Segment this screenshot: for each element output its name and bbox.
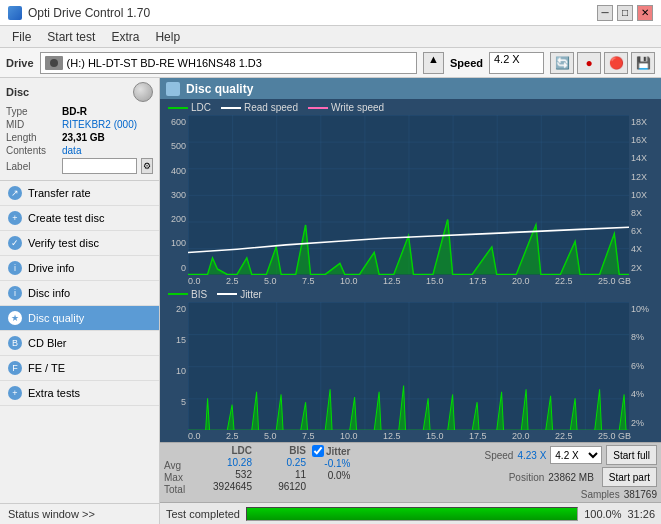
menu-start-test[interactable]: Start test xyxy=(39,28,103,46)
legend-ldc: LDC xyxy=(168,102,211,113)
total-label: Total xyxy=(164,484,194,495)
maximize-button[interactable]: □ xyxy=(617,5,633,21)
start-part-button[interactable]: Start part xyxy=(602,467,657,487)
sidebar-item-disc-info[interactable]: i Disc info xyxy=(0,281,159,306)
legend-jitter: Jitter xyxy=(217,289,262,300)
disc-mid-row: MID RITEKBR2 (000) xyxy=(6,119,153,130)
bis-header: BIS xyxy=(258,445,306,456)
read-speed-color xyxy=(221,107,241,109)
top-chart: LDC Read speed Write speed 600 500 xyxy=(160,100,661,287)
nav-label-disc-quality: Disc quality xyxy=(28,312,84,324)
bis-color xyxy=(168,293,188,295)
sidebar-item-extra-tests[interactable]: + Extra tests xyxy=(0,381,159,406)
progress-percent: 100.0% xyxy=(584,508,621,520)
toolbar-icon-2[interactable]: ● xyxy=(577,52,601,74)
write-speed-color xyxy=(308,107,328,109)
sidebar-item-create-test-disc[interactable]: + Create test disc xyxy=(0,206,159,231)
bottom-chart-legend: BIS Jitter xyxy=(160,287,661,302)
disc-label-row: Label ⚙ xyxy=(6,158,153,174)
sidebar-item-verify-test-disc[interactable]: ✓ Verify test disc xyxy=(0,231,159,256)
start-full-button[interactable]: Start full xyxy=(606,445,657,465)
jitter-color xyxy=(217,293,237,295)
disc-contents-value: data xyxy=(62,145,81,156)
disc-type-label: Type xyxy=(6,106,58,117)
legend-bis: BIS xyxy=(168,289,207,300)
menu-extra[interactable]: Extra xyxy=(103,28,147,46)
disc-info-icon: i xyxy=(8,286,22,300)
close-button[interactable]: ✕ xyxy=(637,5,653,21)
title-bar-left: Opti Drive Control 1.70 xyxy=(8,6,150,20)
speed-select-stats[interactable]: 4.2 X xyxy=(550,446,602,464)
top-y-axis-left: 600 500 400 300 200 100 0 xyxy=(160,115,188,275)
sidebar-item-drive-info[interactable]: i Drive info xyxy=(0,256,159,281)
nav-label-transfer-rate: Transfer rate xyxy=(28,187,91,199)
speed-select[interactable]: 4.2 X xyxy=(489,52,544,74)
bottom-y-axis-right: 10% 8% 6% 4% 2% xyxy=(629,302,661,430)
ldc-total: 3924645 xyxy=(200,481,252,492)
jitter-max: 0.0% xyxy=(312,470,350,481)
progress-bar-area: Test completed 100.0% 31:26 xyxy=(160,502,661,524)
nav-label-extra-tests: Extra tests xyxy=(28,387,80,399)
toolbar-icon-3[interactable]: 🔴 xyxy=(604,52,628,74)
speed-label: Speed xyxy=(450,57,483,69)
ldc-header: LDC xyxy=(200,445,252,456)
stats-bar: Avg Max Total LDC 10.28 532 3924645 BIS … xyxy=(160,442,661,502)
sidebar-item-transfer-rate[interactable]: ↗ Transfer rate xyxy=(0,181,159,206)
toolbar-icon-save[interactable]: 💾 xyxy=(631,52,655,74)
position-value: 23862 MB xyxy=(548,472,594,483)
progress-status: Test completed xyxy=(166,508,240,520)
bis-avg: 0.25 xyxy=(258,457,306,468)
status-window[interactable]: Status window >> xyxy=(0,503,159,524)
legend-read-label: Read speed xyxy=(244,102,298,113)
jitter-avg: -0.1% xyxy=(312,458,350,469)
disc-label-button[interactable]: ⚙ xyxy=(141,158,153,174)
bis-total: 96120 xyxy=(258,481,306,492)
sidebar-item-cd-bler[interactable]: B CD Bler xyxy=(0,331,159,356)
top-chart-svg-area xyxy=(188,115,629,275)
menu-bar: File Start test Extra Help xyxy=(0,26,661,48)
sidebar-item-disc-quality[interactable]: ★ Disc quality xyxy=(0,306,159,331)
bottom-chart-wrapper: 20 15 10 5 xyxy=(160,302,661,430)
disc-title: Disc xyxy=(6,86,29,98)
drive-icon xyxy=(45,56,63,70)
disc-quality-icon-header xyxy=(166,82,180,96)
disc-label-key: Label xyxy=(6,161,58,172)
top-chart-wrapper: 600 500 400 300 200 100 0 xyxy=(160,115,661,275)
jitter-checkbox[interactable] xyxy=(312,445,324,457)
speed-label-stats: Speed xyxy=(484,450,513,461)
drive-select[interactable]: (H:) HL-DT-ST BD-RE WH16NS48 1.D3 xyxy=(40,52,418,74)
bottom-chart: BIS Jitter 20 15 10 5 xyxy=(160,287,661,442)
charts-area: LDC Read speed Write speed 600 500 xyxy=(160,100,661,442)
max-label: Max xyxy=(164,472,194,483)
disc-type-value: BD-R xyxy=(62,106,87,117)
samples-label: Samples xyxy=(581,489,620,500)
cd-bler-icon: B xyxy=(8,336,22,350)
eject-button[interactable]: ▲ xyxy=(423,52,444,74)
app-title: Opti Drive Control 1.70 xyxy=(28,6,150,20)
bottom-chart-svg-area xyxy=(188,302,629,430)
drive-label: Drive xyxy=(6,57,34,69)
progress-time: 31:26 xyxy=(627,508,655,520)
disc-panel: Disc Type BD-R MID RITEKBR2 (000) Length… xyxy=(0,78,159,181)
nav-label-drive-info: Drive info xyxy=(28,262,74,274)
minimize-button[interactable]: ─ xyxy=(597,5,613,21)
menu-file[interactable]: File xyxy=(4,28,39,46)
content-area: Disc quality LDC Read speed xyxy=(160,78,661,524)
disc-length-label: Length xyxy=(6,132,58,143)
stats-row-labels: Avg Max Total xyxy=(164,445,194,495)
sidebar: Disc Type BD-R MID RITEKBR2 (000) Length… xyxy=(0,78,160,524)
legend-bis-label: BIS xyxy=(191,289,207,300)
legend-read-speed: Read speed xyxy=(221,102,298,113)
nav-label-disc-info: Disc info xyxy=(28,287,70,299)
sidebar-item-fe-te[interactable]: F FE / TE xyxy=(0,356,159,381)
nav-label-cd-bler: CD Bler xyxy=(28,337,67,349)
disc-label-input[interactable] xyxy=(62,158,137,174)
toolbar-icon-1[interactable]: 🔄 xyxy=(550,52,574,74)
fe-te-icon: F xyxy=(8,361,22,375)
jitter-checkbox-row: Jitter xyxy=(312,445,350,457)
menu-help[interactable]: Help xyxy=(147,28,188,46)
stats-right-panel: Speed 4.23 X 4.2 X Start full Position 2… xyxy=(484,445,657,500)
samples-value: 381769 xyxy=(624,489,657,500)
nav-label-create-test-disc: Create test disc xyxy=(28,212,104,224)
ldc-color xyxy=(168,107,188,109)
